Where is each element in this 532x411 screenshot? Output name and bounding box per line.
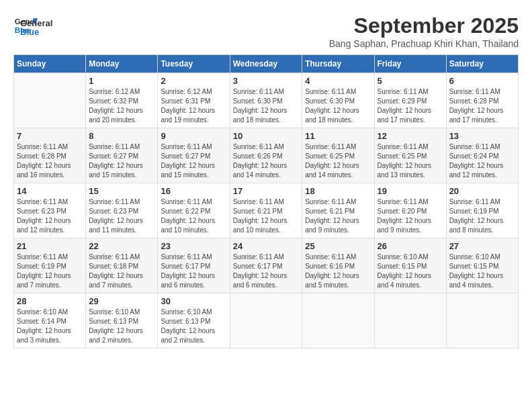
day-number: 1 bbox=[89, 76, 154, 86]
day-number: 5 bbox=[378, 76, 443, 86]
day-number: 16 bbox=[161, 186, 226, 196]
calendar-cell: 17Sunrise: 6:11 AM Sunset: 6:21 PM Dayli… bbox=[230, 183, 302, 238]
day-info: Sunrise: 6:11 AM Sunset: 6:19 PM Dayligh… bbox=[17, 253, 83, 290]
page-header: General Blue General Blue September 2025… bbox=[13, 13, 519, 49]
day-number: 6 bbox=[449, 76, 515, 86]
calendar-cell: 16Sunrise: 6:11 AM Sunset: 6:22 PM Dayli… bbox=[158, 183, 230, 238]
day-number: 28 bbox=[17, 296, 83, 306]
day-number: 17 bbox=[233, 186, 300, 196]
calendar-cell bbox=[302, 293, 374, 349]
calendar-cell bbox=[374, 293, 446, 349]
calendar-cell: 15Sunrise: 6:11 AM Sunset: 6:23 PM Dayli… bbox=[86, 183, 158, 238]
day-info: Sunrise: 6:11 AM Sunset: 6:28 PM Dayligh… bbox=[449, 87, 515, 125]
day-number: 15 bbox=[89, 186, 154, 196]
day-number: 3 bbox=[233, 76, 300, 86]
calendar-week-3: 14Sunrise: 6:11 AM Sunset: 6:23 PM Dayli… bbox=[14, 183, 519, 238]
day-info: Sunrise: 6:11 AM Sunset: 6:27 PM Dayligh… bbox=[161, 142, 226, 180]
calendar-cell: 14Sunrise: 6:11 AM Sunset: 6:23 PM Dayli… bbox=[14, 183, 86, 238]
day-info: Sunrise: 6:11 AM Sunset: 6:21 PM Dayligh… bbox=[233, 197, 300, 235]
day-number: 21 bbox=[17, 241, 83, 251]
calendar-cell: 26Sunrise: 6:10 AM Sunset: 6:15 PM Dayli… bbox=[374, 238, 446, 293]
day-number: 18 bbox=[305, 186, 371, 196]
day-number: 26 bbox=[378, 241, 443, 251]
calendar-cell: 7Sunrise: 6:11 AM Sunset: 6:28 PM Daylig… bbox=[14, 128, 86, 183]
day-info: Sunrise: 6:11 AM Sunset: 6:29 PM Dayligh… bbox=[378, 87, 443, 125]
day-info: Sunrise: 6:11 AM Sunset: 6:27 PM Dayligh… bbox=[89, 142, 154, 180]
calendar-cell: 27Sunrise: 6:10 AM Sunset: 6:15 PM Dayli… bbox=[446, 238, 518, 293]
calendar-cell: 9Sunrise: 6:11 AM Sunset: 6:27 PM Daylig… bbox=[158, 128, 230, 183]
day-header-thursday: Thursday bbox=[302, 55, 374, 73]
day-header-saturday: Saturday bbox=[446, 55, 518, 73]
day-info: Sunrise: 6:11 AM Sunset: 6:23 PM Dayligh… bbox=[89, 197, 154, 235]
day-header-sunday: Sunday bbox=[14, 55, 86, 73]
calendar-cell: 8Sunrise: 6:11 AM Sunset: 6:27 PM Daylig… bbox=[86, 128, 158, 183]
day-info: Sunrise: 6:10 AM Sunset: 6:14 PM Dayligh… bbox=[17, 308, 83, 345]
day-info: Sunrise: 6:11 AM Sunset: 6:16 PM Dayligh… bbox=[305, 253, 371, 290]
location: Bang Saphan, Prachuap Khiri Khan, Thaila… bbox=[329, 38, 519, 49]
day-number: 2 bbox=[161, 76, 226, 86]
day-info: Sunrise: 6:11 AM Sunset: 6:21 PM Dayligh… bbox=[305, 197, 371, 235]
day-info: Sunrise: 6:10 AM Sunset: 6:15 PM Dayligh… bbox=[449, 253, 515, 290]
calendar-cell: 3Sunrise: 6:11 AM Sunset: 6:30 PM Daylig… bbox=[230, 73, 302, 128]
day-number: 10 bbox=[233, 131, 300, 141]
day-number: 24 bbox=[233, 241, 300, 251]
day-info: Sunrise: 6:10 AM Sunset: 6:13 PM Dayligh… bbox=[89, 308, 154, 345]
day-info: Sunrise: 6:11 AM Sunset: 6:17 PM Dayligh… bbox=[161, 253, 226, 290]
calendar-header-row: SundayMondayTuesdayWednesdayThursdayFrid… bbox=[14, 55, 519, 73]
calendar-cell: 28Sunrise: 6:10 AM Sunset: 6:14 PM Dayli… bbox=[14, 293, 86, 349]
calendar-cell: 23Sunrise: 6:11 AM Sunset: 6:17 PM Dayli… bbox=[158, 238, 230, 293]
calendar-cell bbox=[446, 293, 518, 349]
calendar-cell: 21Sunrise: 6:11 AM Sunset: 6:19 PM Dayli… bbox=[14, 238, 86, 293]
calendar-cell: 29Sunrise: 6:10 AM Sunset: 6:13 PM Dayli… bbox=[86, 293, 158, 349]
day-number: 22 bbox=[89, 241, 154, 251]
day-info: Sunrise: 6:11 AM Sunset: 6:25 PM Dayligh… bbox=[378, 142, 443, 180]
calendar-week-5: 28Sunrise: 6:10 AM Sunset: 6:14 PM Dayli… bbox=[14, 293, 519, 349]
calendar-cell: 10Sunrise: 6:11 AM Sunset: 6:26 PM Dayli… bbox=[230, 128, 302, 183]
calendar-cell bbox=[14, 73, 86, 128]
calendar-week-4: 21Sunrise: 6:11 AM Sunset: 6:19 PM Dayli… bbox=[14, 238, 519, 293]
day-number: 19 bbox=[378, 186, 443, 196]
calendar-cell: 4Sunrise: 6:11 AM Sunset: 6:30 PM Daylig… bbox=[302, 73, 374, 128]
day-info: Sunrise: 6:10 AM Sunset: 6:13 PM Dayligh… bbox=[161, 308, 226, 345]
day-info: Sunrise: 6:11 AM Sunset: 6:23 PM Dayligh… bbox=[17, 197, 83, 235]
day-header-tuesday: Tuesday bbox=[158, 55, 230, 73]
day-info: Sunrise: 6:12 AM Sunset: 6:31 PM Dayligh… bbox=[161, 87, 226, 125]
logo-blue: Blue bbox=[20, 27, 52, 37]
calendar-cell: 20Sunrise: 6:11 AM Sunset: 6:19 PM Dayli… bbox=[446, 183, 518, 238]
day-number: 4 bbox=[305, 76, 371, 86]
calendar-cell: 24Sunrise: 6:11 AM Sunset: 6:17 PM Dayli… bbox=[230, 238, 302, 293]
day-info: Sunrise: 6:11 AM Sunset: 6:28 PM Dayligh… bbox=[17, 142, 83, 180]
day-number: 29 bbox=[89, 296, 154, 306]
day-number: 9 bbox=[161, 131, 226, 141]
day-number: 20 bbox=[449, 186, 515, 196]
logo: General Blue General Blue bbox=[13, 13, 52, 38]
day-info: Sunrise: 6:11 AM Sunset: 6:30 PM Dayligh… bbox=[233, 87, 300, 125]
calendar-cell: 13Sunrise: 6:11 AM Sunset: 6:24 PM Dayli… bbox=[446, 128, 518, 183]
calendar-cell: 12Sunrise: 6:11 AM Sunset: 6:25 PM Dayli… bbox=[374, 128, 446, 183]
day-info: Sunrise: 6:11 AM Sunset: 6:17 PM Dayligh… bbox=[233, 253, 300, 290]
calendar-cell: 19Sunrise: 6:11 AM Sunset: 6:20 PM Dayli… bbox=[374, 183, 446, 238]
month-title: September 2025 bbox=[329, 13, 519, 38]
day-number: 11 bbox=[305, 131, 371, 141]
day-number: 23 bbox=[161, 241, 226, 251]
day-header-wednesday: Wednesday bbox=[230, 55, 302, 73]
calendar-cell: 22Sunrise: 6:11 AM Sunset: 6:18 PM Dayli… bbox=[86, 238, 158, 293]
day-info: Sunrise: 6:11 AM Sunset: 6:19 PM Dayligh… bbox=[449, 197, 515, 235]
calendar-table: SundayMondayTuesdayWednesdayThursdayFrid… bbox=[13, 54, 519, 349]
calendar-cell: 5Sunrise: 6:11 AM Sunset: 6:29 PM Daylig… bbox=[374, 73, 446, 128]
day-info: Sunrise: 6:10 AM Sunset: 6:15 PM Dayligh… bbox=[378, 253, 443, 290]
calendar-week-2: 7Sunrise: 6:11 AM Sunset: 6:28 PM Daylig… bbox=[14, 128, 519, 183]
calendar-cell: 11Sunrise: 6:11 AM Sunset: 6:25 PM Dayli… bbox=[302, 128, 374, 183]
day-number: 7 bbox=[17, 131, 83, 141]
day-number: 30 bbox=[161, 296, 226, 306]
day-info: Sunrise: 6:11 AM Sunset: 6:26 PM Dayligh… bbox=[233, 142, 300, 180]
calendar-cell: 18Sunrise: 6:11 AM Sunset: 6:21 PM Dayli… bbox=[302, 183, 374, 238]
calendar-cell: 30Sunrise: 6:10 AM Sunset: 6:13 PM Dayli… bbox=[158, 293, 230, 349]
day-info: Sunrise: 6:11 AM Sunset: 6:20 PM Dayligh… bbox=[378, 197, 443, 235]
calendar-week-1: 1Sunrise: 6:12 AM Sunset: 6:32 PM Daylig… bbox=[14, 73, 519, 128]
day-info: Sunrise: 6:11 AM Sunset: 6:24 PM Dayligh… bbox=[449, 142, 515, 180]
day-number: 27 bbox=[449, 241, 515, 251]
day-number: 12 bbox=[378, 131, 443, 141]
calendar-cell: 2Sunrise: 6:12 AM Sunset: 6:31 PM Daylig… bbox=[158, 73, 230, 128]
day-number: 14 bbox=[17, 186, 83, 196]
